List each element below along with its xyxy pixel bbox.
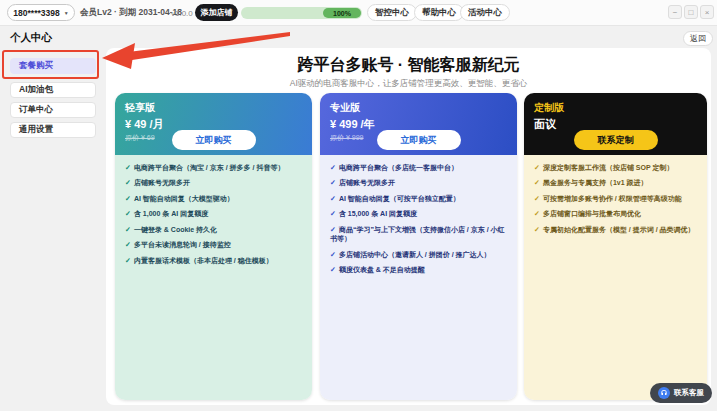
plan-name: 轻享版	[125, 101, 302, 115]
nav-activity-center-button[interactable]: 活动中心	[460, 4, 510, 21]
feature-text: 黑金服务与专属支持（1v1 跟进）	[543, 179, 648, 186]
check-icon: ✓	[125, 226, 131, 233]
check-icon: ✓	[330, 195, 336, 202]
minimize-icon[interactable]: −	[668, 5, 682, 19]
close-icon[interactable]: ×	[700, 5, 714, 19]
feature-text: 店铺账号无限多开	[134, 179, 190, 186]
check-icon: ✓	[125, 257, 131, 264]
feature-text: 可按需增加多账号协作 / 权限管理等高级功能	[543, 195, 682, 202]
feature-item: ✓含 15,000 条 AI 回复额度	[330, 209, 507, 218]
plan-name: 定制版	[534, 101, 697, 115]
check-icon: ✓	[125, 179, 131, 186]
contact-support-button[interactable]: 联系客服	[650, 383, 712, 403]
plan-features-lite: ✓电商跨平台聚合（淘宝 / 京东 / 拼多多 / 抖音等）✓店铺账号无限多开✓A…	[115, 155, 312, 400]
feature-item: ✓含 1,000 条 AI 回复额度	[125, 209, 302, 218]
feature-item: ✓内置客服话术模板（非本店处理 / 稳住模板）	[125, 256, 302, 265]
feature-item: ✓AI 智能自动回复（可按平台独立配置）	[330, 194, 507, 203]
feature-item: ✓额度仪表盘 & 不足自动提醒	[330, 265, 507, 274]
feature-item: ✓电商跨平台聚合（淘宝 / 京东 / 拼多多 / 抖音等）	[125, 163, 302, 172]
feature-text: 店铺账号无限多开	[339, 179, 395, 186]
check-icon: ✓	[534, 179, 540, 186]
feature-item: ✓深度定制客服工作流（按店铺 SOP 定制）	[534, 163, 697, 172]
check-icon: ✓	[534, 226, 540, 233]
version-label: v1.0.0	[171, 0, 193, 26]
maximize-icon[interactable]: □	[684, 5, 698, 19]
quota-progress-bar: 100%	[241, 7, 362, 19]
sidebar-item-package-purchase[interactable]: 套餐购买	[10, 58, 96, 74]
chevron-down-icon: ▼	[64, 10, 69, 16]
check-icon: ✓	[330, 179, 336, 186]
feature-item: ✓商品“学习”与上下文增强（支持微信小店 / 京东 / 小红书等）	[330, 225, 507, 244]
app-window: 180****3398 ▼ 会员Lv2 · 到期 2031-04-18 v1.0…	[0, 0, 717, 411]
account-number: 180****3398	[13, 8, 59, 18]
feature-text: 多店铺窗口编排与批量布局优化	[543, 210, 641, 217]
check-icon: ✓	[534, 210, 540, 217]
nav-control-center-button[interactable]: 智控中心	[367, 4, 417, 21]
feature-item: ✓一键登录 & Cookie 持久化	[125, 225, 302, 234]
check-icon: ✓	[330, 226, 336, 233]
buy-now-button[interactable]: 立即购买	[172, 130, 256, 150]
plan-card-custom: 定制版 面议 联系定制 ✓深度定制客服工作流（按店铺 SOP 定制）✓黑金服务与…	[524, 93, 707, 400]
check-icon: ✓	[330, 251, 336, 258]
hero-title: 跨平台多账号 · 智能客服新纪元	[106, 55, 711, 76]
feature-item: ✓多店铺窗口编排与批量布局优化	[534, 209, 697, 218]
nav-help-center-button[interactable]: 帮助中心	[414, 4, 464, 21]
feature-item: ✓可按需增加多账号协作 / 权限管理等高级功能	[534, 194, 697, 203]
feature-item: ✓店铺账号无限多开	[125, 178, 302, 187]
contact-custom-button[interactable]: 联系定制	[574, 130, 658, 150]
feature-text: 含 1,000 条 AI 回复额度	[134, 210, 208, 217]
feature-text: 内置客服话术模板（非本店处理 / 稳住模板）	[134, 257, 273, 264]
back-button[interactable]: 返回	[683, 31, 713, 46]
feature-item: ✓黑金服务与专属支持（1v1 跟进）	[534, 178, 697, 187]
feature-item: ✓专属初始化配置服务（模型 / 提示词 / 品类调优）	[534, 225, 697, 234]
feature-item: ✓电商跨平台聚合（多店统一客服中台）	[330, 163, 507, 172]
feature-text: 多店铺活动中心（邀请新人 / 拼团价 / 推广达人）	[339, 251, 491, 258]
plan-header-pro: 专业版 ¥ 499 /年 原价 ¥ 999 立即购买	[320, 93, 517, 155]
account-dropdown[interactable]: 180****3398 ▼	[7, 4, 75, 21]
feature-item: ✓店铺账号无限多开	[330, 178, 507, 187]
headset-icon	[658, 387, 670, 399]
check-icon: ✓	[534, 195, 540, 202]
feature-text: 多平台未读消息轮询 / 接待监控	[134, 241, 231, 248]
contact-support-label: 联系客服	[674, 388, 704, 398]
progress-percent-badge: 100%	[323, 8, 361, 18]
plan-features-custom: ✓深度定制客服工作流（按店铺 SOP 定制）✓黑金服务与专属支持（1v1 跟进）…	[524, 155, 707, 400]
check-icon: ✓	[330, 266, 336, 273]
check-icon: ✓	[125, 210, 131, 217]
feature-text: 含 15,000 条 AI 回复额度	[339, 210, 417, 217]
feature-item: ✓AI 智能自动回复（大模型驱动）	[125, 194, 302, 203]
plan-name: 专业版	[330, 101, 507, 115]
check-icon: ✓	[534, 164, 540, 171]
check-icon: ✓	[125, 164, 131, 171]
plan-features-pro: ✓电商跨平台聚合（多店统一客服中台）✓店铺账号无限多开✓AI 智能自动回复（可按…	[320, 155, 517, 400]
feature-text: 额度仪表盘 & 不足自动提醒	[339, 266, 425, 273]
plan-card-pro: 专业版 ¥ 499 /年 原价 ¥ 999 立即购买 ✓电商跨平台聚合（多店统一…	[320, 93, 517, 400]
check-icon: ✓	[125, 241, 131, 248]
feature-text: 专属初始化配置服务（模型 / 提示词 / 品类调优）	[543, 226, 695, 233]
plan-card-lite: 轻享版 ¥ 49 /月 原价 ¥ 69 立即购买 ✓电商跨平台聚合（淘宝 / 京…	[115, 93, 312, 400]
feature-text: 一键登录 & Cookie 持久化	[134, 226, 217, 233]
feature-text: 深度定制客服工作流（按店铺 SOP 定制）	[543, 164, 674, 171]
membership-status: 会员Lv2 · 到期 2031-04-18	[80, 0, 182, 26]
sidebar-item-order-center[interactable]: 订单中心	[10, 102, 96, 118]
add-shop-button[interactable]: 添加店铺	[195, 4, 238, 21]
feature-text: AI 智能自动回复（可按平台独立配置）	[339, 195, 460, 202]
feature-text: 商品“学习”与上下文增强（支持微信小店 / 京东 / 小红书等）	[330, 226, 505, 242]
sidebar-item-general-settings[interactable]: 通用设置	[10, 122, 96, 138]
check-icon: ✓	[125, 195, 131, 202]
page-title: 个人中心	[10, 31, 52, 45]
sidebar-item-ai-booster[interactable]: AI加油包	[10, 82, 96, 98]
feature-item: ✓多平台未读消息轮询 / 接待监控	[125, 240, 302, 249]
feature-text: AI 智能自动回复（大模型驱动）	[134, 195, 234, 202]
check-icon: ✓	[330, 164, 336, 171]
feature-item: ✓多店铺活动中心（邀请新人 / 拼团价 / 推广达人）	[330, 250, 507, 259]
check-icon: ✓	[330, 210, 336, 217]
hero-subtitle: AI驱动的电商客服中心，让多店铺管理更高效、更智能、更省心	[106, 78, 711, 90]
top-bar: 180****3398 ▼ 会员Lv2 · 到期 2031-04-18 v1.0…	[0, 0, 717, 26]
feature-text: 电商跨平台聚合（多店统一客服中台）	[339, 164, 458, 171]
feature-text: 电商跨平台聚合（淘宝 / 京东 / 拼多多 / 抖音等）	[134, 164, 285, 171]
plan-header-custom: 定制版 面议 联系定制	[524, 93, 707, 155]
buy-now-button[interactable]: 立即购买	[377, 130, 461, 150]
plan-header-lite: 轻享版 ¥ 49 /月 原价 ¥ 69 立即购买	[115, 93, 312, 155]
